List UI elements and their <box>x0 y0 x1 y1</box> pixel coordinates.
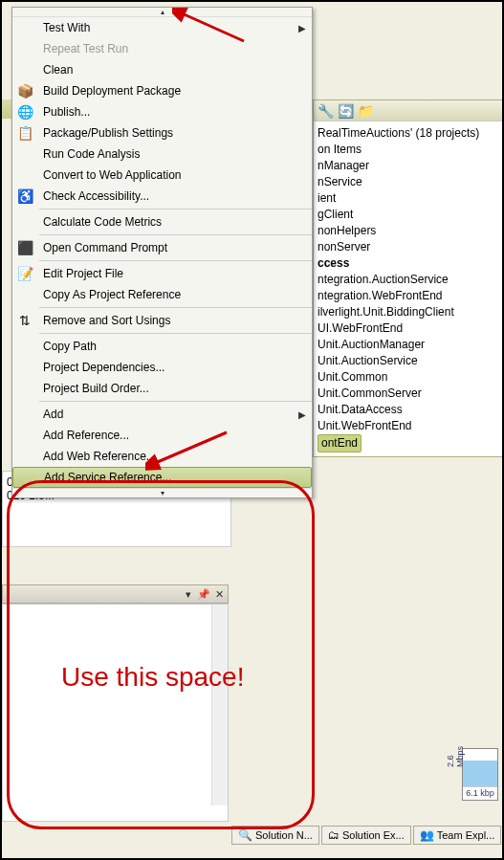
menu-remove-sort-usings[interactable]: ⇅ Remove and Sort Usings <box>12 310 312 331</box>
project-node[interactable]: on Items <box>314 142 503 158</box>
menu-copy-path[interactable]: Copy Path <box>12 336 312 357</box>
menu-calculate-code-metrics[interactable]: Calculate Code Metrics <box>12 211 312 232</box>
menu-clean[interactable]: Clean <box>12 59 312 80</box>
solution-explorer-icon: 🗂 <box>328 828 340 842</box>
menu-project-build-order[interactable]: Project Build Order... <box>12 378 312 399</box>
submenu-arrow-icon: ▶ <box>298 409 306 420</box>
menu-separator <box>39 260 312 261</box>
solution-tree: RealTimeAuctions' (18 projects) on Items… <box>314 121 503 456</box>
tab-solution-explorer[interactable]: 🗂 Solution Ex... <box>321 826 411 845</box>
perf-rate: 2.6 Mbps <box>446 735 465 767</box>
submenu-arrow-icon: ▶ <box>298 23 306 33</box>
properties-icon[interactable]: 🔧 <box>318 103 334 119</box>
menu-separator <box>39 307 312 308</box>
menu-label: Test With <box>37 21 298 34</box>
project-node[interactable]: UI.WebFrontEnd <box>314 320 503 337</box>
show-all-icon[interactable]: 📁 <box>358 103 374 119</box>
blank-icon <box>12 165 37 186</box>
project-node[interactable]: ntegration.AuctionService <box>314 272 503 288</box>
menu-project-dependencies[interactable]: Project Dependencies... <box>12 357 312 378</box>
blank-icon <box>12 378 37 399</box>
svg-line-1 <box>153 432 227 464</box>
menu-separator <box>39 401 312 402</box>
menu-label: Package/Publish Settings <box>37 126 306 140</box>
blank-icon <box>12 336 37 357</box>
project-node[interactable]: Unit.AuctionManager <box>314 337 503 353</box>
project-node[interactable]: ccess <box>314 255 503 272</box>
menu-scroll-up[interactable]: ▴ <box>12 8 312 17</box>
edit-file-icon: 📝 <box>12 263 37 284</box>
project-node[interactable]: Unit.WebFrontEnd <box>314 418 503 434</box>
menu-label: Check Accessibility... <box>37 189 306 203</box>
team-icon: 👥 <box>420 828 434 842</box>
menu-label: Remove and Sort Usings <box>37 314 306 327</box>
blank-icon <box>12 211 37 232</box>
menu-test-with[interactable]: Test With ▶ <box>12 17 312 38</box>
menu-convert-to-web-app[interactable]: Convert to Web Application <box>12 165 312 186</box>
menu-add[interactable]: Add ▶ <box>12 404 312 425</box>
project-node[interactable]: ilverlight.Unit.BiddingClient <box>314 304 503 320</box>
sort-icon: ⇅ <box>12 310 37 331</box>
menu-separator <box>39 333 312 334</box>
tab-label: Solution Ex... <box>342 829 405 841</box>
settings-doc-icon: 📋 <box>12 122 37 143</box>
globe-icon: 🌐 <box>12 101 37 122</box>
solution-node[interactable]: RealTimeAuctions' (18 projects) <box>314 125 503 142</box>
network-perf-meter: 2.6 Mbps 6.1 kbp <box>462 748 498 801</box>
annotation-highlight-box <box>7 480 315 829</box>
perf-bar: 2.6 Mbps <box>463 749 497 787</box>
project-node[interactable]: ient <box>314 190 503 207</box>
menu-repeat-test-run: Repeat Test Run <box>12 38 312 59</box>
menu-separator <box>39 209 312 209</box>
blank-icon <box>12 38 37 59</box>
menu-run-code-analysis[interactable]: Run Code Analysis <box>12 143 312 165</box>
project-node[interactable]: Unit.AuctionService <box>314 353 503 369</box>
menu-separator <box>39 234 312 235</box>
project-node[interactable]: nonHelpers <box>314 223 503 239</box>
refresh-icon[interactable]: 🔄 <box>338 103 354 119</box>
annotation-arrow-bottom <box>145 428 231 471</box>
menu-publish[interactable]: 🌐 Publish... <box>12 101 312 122</box>
menu-label: Copy Path <box>37 340 306 353</box>
menu-check-accessibility[interactable]: ♿ Check Accessibility... <box>12 186 312 207</box>
project-node[interactable]: Unit.CommonServer <box>314 386 503 402</box>
solution-explorer-toolbar: 🔧 🔄 📁 <box>314 100 503 121</box>
project-context-menu: ▴ Test With ▶ Repeat Test Run Clean 📦 Bu… <box>11 7 313 498</box>
menu-copy-as-project-reference[interactable]: Copy As Project Reference <box>12 284 312 305</box>
menu-label: Edit Project File <box>37 267 306 280</box>
menu-label: Add <box>37 408 298 421</box>
blank-icon <box>12 446 37 467</box>
blank-icon <box>12 357 37 378</box>
menu-edit-project-file[interactable]: 📝 Edit Project File <box>12 263 312 284</box>
menu-label: Calculate Code Metrics <box>37 215 306 229</box>
blank-icon <box>12 59 37 80</box>
blank-icon <box>12 404 37 425</box>
menu-build-deployment[interactable]: 📦 Build Deployment Package <box>12 80 312 101</box>
project-node[interactable]: nonServer <box>314 239 503 255</box>
project-node-selected[interactable]: ontEnd <box>318 434 362 452</box>
annotation-text: Use this space! <box>61 662 244 693</box>
project-node[interactable]: Unit.Common <box>314 369 503 386</box>
project-node[interactable]: nManager <box>314 158 503 174</box>
blank-icon <box>12 143 37 165</box>
menu-label: Project Build Order... <box>37 382 306 395</box>
tab-team-explorer[interactable]: 👥 Team Expl... <box>413 826 502 845</box>
menu-label: Open Command Prompt <box>37 241 306 254</box>
menu-label: Copy As Project Reference <box>37 288 306 301</box>
tab-label: Team Expl... <box>437 829 495 841</box>
perf-footer: 6.1 kbp <box>463 787 497 799</box>
project-node[interactable]: Unit.DataAccess <box>314 402 503 418</box>
package-icon: 📦 <box>12 80 37 101</box>
project-node[interactable]: gClient <box>314 207 503 223</box>
menu-label: Run Code Analysis <box>37 147 306 161</box>
blank-icon <box>12 284 37 305</box>
annotation-arrow-top <box>172 8 249 46</box>
menu-package-publish-settings[interactable]: 📋 Package/Publish Settings <box>12 122 312 143</box>
menu-label: Build Deployment Package <box>37 84 306 98</box>
menu-label: Convert to Web Application <box>37 168 306 182</box>
project-node[interactable]: nService <box>314 174 503 190</box>
accessibility-icon: ♿ <box>12 186 37 207</box>
solution-icon: 🔍 <box>238 828 252 842</box>
menu-open-command-prompt[interactable]: ⬛ Open Command Prompt <box>12 237 312 258</box>
project-node[interactable]: ntegration.WebFrontEnd <box>314 288 503 304</box>
